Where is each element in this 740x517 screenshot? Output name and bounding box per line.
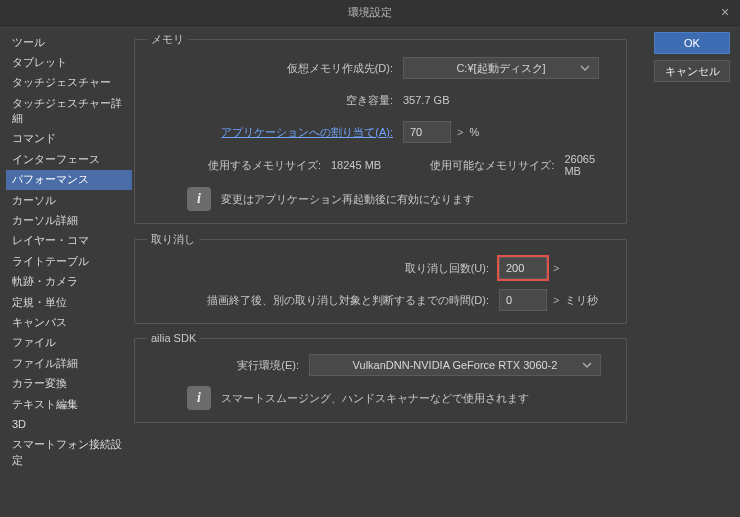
memory-info-text: 変更はアプリケーション再起動後に有効になります <box>221 192 474 207</box>
undo-delay-stepper[interactable]: > <box>547 294 565 306</box>
sidebar-item[interactable]: 定規・単位 <box>6 292 132 312</box>
sidebar-item[interactable]: カラー変換 <box>6 374 132 394</box>
sidebar-item[interactable]: テキスト編集 <box>6 394 132 414</box>
sidebar-item[interactable]: パフォーマンス <box>6 170 132 190</box>
sidebar-item[interactable]: キャンバス <box>6 312 132 332</box>
avail-memory-label: 使用可能なメモリサイズ: <box>410 158 564 173</box>
sidebar-item[interactable]: カーソル <box>6 190 132 210</box>
virtual-memory-select[interactable]: C:¥[起動ディスク] <box>403 57 599 79</box>
memory-legend: メモリ <box>147 32 188 47</box>
sdk-info-text: スマートスムージング、ハンドスキャナーなどで使用されます <box>221 391 529 406</box>
sidebar-item[interactable]: ファイル詳細 <box>6 353 132 373</box>
memory-group: メモリ 仮想メモリ作成先(D): C:¥[起動ディスク] 空き容量: 357.7… <box>134 32 627 224</box>
ok-button[interactable]: OK <box>654 32 730 54</box>
sdk-env-value: VulkanDNN-NVIDIA GeForce RTX 3060-2 <box>353 359 558 371</box>
sidebar-item[interactable]: 軌跡・カメラ <box>6 272 132 292</box>
sdk-legend: ailia SDK <box>147 332 200 344</box>
sdk-env-select[interactable]: VulkanDNN-NVIDIA GeForce RTX 3060-2 <box>309 354 601 376</box>
sidebar-item[interactable]: タッチジェスチャー <box>6 73 132 93</box>
allocation-input[interactable] <box>403 121 451 143</box>
virtual-memory-label: 仮想メモリ作成先(D): <box>147 61 403 76</box>
undo-legend: 取り消し <box>147 232 199 247</box>
free-space-value: 357.7 GB <box>403 94 449 106</box>
chevron-down-icon <box>582 360 592 370</box>
used-memory-value: 18245 MB <box>331 159 410 171</box>
sidebar-item[interactable]: タブレット <box>6 52 132 72</box>
sidebar-item[interactable]: コマンド <box>6 129 132 149</box>
info-icon: i <box>187 386 211 410</box>
window-title: 環境設定 <box>348 5 392 20</box>
undo-delay-input[interactable] <box>499 289 547 311</box>
chevron-down-icon <box>580 63 590 73</box>
allocation-link[interactable]: アプリケーションへの割り当て(A): <box>221 126 393 138</box>
virtual-memory-value: C:¥[起動ディスク] <box>456 61 545 76</box>
sidebar: ツールタブレットタッチジェスチャータッチジェスチャー詳細コマンドインターフェース… <box>6 26 134 517</box>
sdk-group: ailia SDK 実行環境(E): VulkanDNN-NVIDIA GeFo… <box>134 332 627 423</box>
undo-group: 取り消し 取り消し回数(U): > 描画終了後、別の取り消し対象と判断するまでの… <box>134 232 627 324</box>
titlebar: 環境設定 × <box>0 0 740 26</box>
sdk-env-label: 実行環境(E): <box>147 358 309 373</box>
undo-delay-label: 描画終了後、別の取り消し対象と判断するまでの時間(D): <box>147 293 499 308</box>
close-icon[interactable]: × <box>716 3 734 21</box>
avail-memory-value: 26065 MB <box>564 153 614 177</box>
sidebar-item[interactable]: レイヤー・コマ <box>6 231 132 251</box>
info-icon: i <box>187 187 211 211</box>
undo-count-input[interactable] <box>499 257 547 279</box>
used-memory-label: 使用するメモリサイズ: <box>147 158 331 173</box>
allocation-stepper[interactable]: > <box>451 126 469 138</box>
sidebar-item[interactable]: カーソル詳細 <box>6 211 132 231</box>
allocation-unit: % <box>469 126 479 138</box>
cancel-button[interactable]: キャンセル <box>654 60 730 82</box>
undo-count-stepper[interactable]: > <box>547 262 565 274</box>
free-space-label: 空き容量: <box>147 93 403 108</box>
sidebar-item[interactable]: 3D <box>6 414 132 434</box>
sidebar-item[interactable]: ツール <box>6 32 132 52</box>
sidebar-item[interactable]: タッチジェスチャー詳細 <box>6 93 132 129</box>
undo-count-label: 取り消し回数(U): <box>147 261 499 276</box>
sidebar-item[interactable]: インターフェース <box>6 149 132 169</box>
sidebar-item[interactable]: ライトテーブル <box>6 251 132 271</box>
action-buttons: OK キャンセル <box>654 26 740 517</box>
sidebar-item[interactable]: スマートフォン接続設定 <box>6 435 132 471</box>
sidebar-item[interactable]: ファイル <box>6 333 132 353</box>
undo-delay-unit: ミリ秒 <box>565 293 598 308</box>
